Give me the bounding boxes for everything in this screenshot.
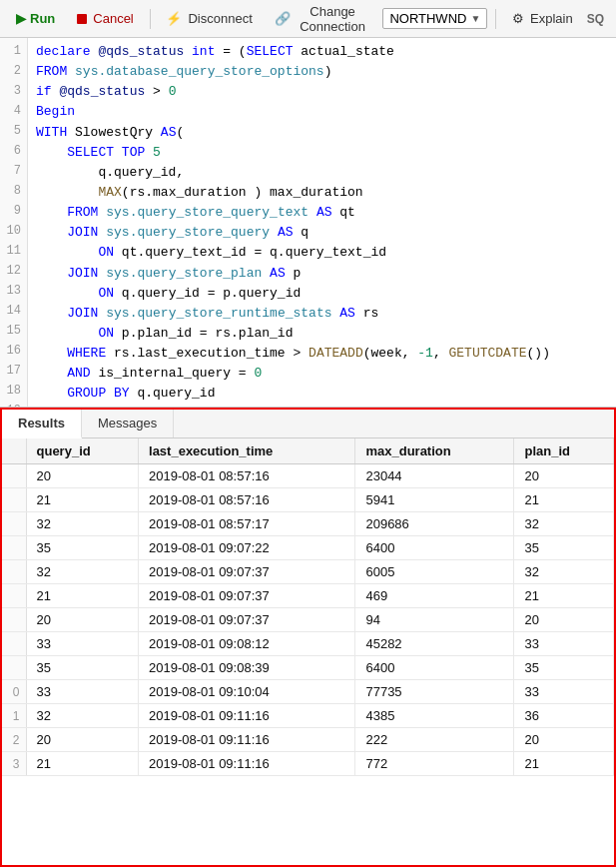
- row-number: [2, 656, 26, 680]
- disconnect-label: Disconnect: [188, 11, 252, 26]
- cell-query-id: 32: [26, 560, 139, 584]
- table-row[interactable]: 20 2019-08-01 08:57:16 23044 20: [2, 464, 614, 488]
- connection-name: NORTHWND: [389, 11, 466, 26]
- table-row[interactable]: 33 2019-08-01 09:08:12 45282 33: [2, 632, 614, 656]
- cell-plan-id: 21: [514, 584, 614, 608]
- col-header-rownum: [2, 438, 26, 464]
- code-editor[interactable]: 12345678910111213141516171819202122 decl…: [0, 38, 616, 408]
- cell-plan-id: 32: [514, 512, 614, 536]
- cell-max-dur: 222: [355, 728, 514, 752]
- cell-query-id: 21: [26, 488, 139, 512]
- cell-max-dur: 77735: [355, 680, 514, 704]
- row-number: 2: [2, 728, 26, 752]
- run-button[interactable]: ▶ Run: [8, 8, 63, 29]
- table-row[interactable]: 0 33 2019-08-01 09:10:04 77735 33: [2, 680, 614, 704]
- results-table: query_id last_execution_time max_duratio…: [2, 438, 614, 776]
- cell-max-dur: 23044: [355, 464, 514, 488]
- cell-last-exec: 2019-08-01 09:07:22: [139, 536, 355, 560]
- cell-query-id: 33: [26, 632, 139, 656]
- table-row[interactable]: 32 2019-08-01 09:07:37 6005 32: [2, 560, 614, 584]
- cell-max-dur: 45282: [355, 632, 514, 656]
- cell-last-exec: 2019-08-01 09:11:16: [139, 728, 355, 752]
- cell-plan-id: 20: [514, 728, 614, 752]
- table-row[interactable]: 20 2019-08-01 09:07:37 94 20: [2, 608, 614, 632]
- table-row[interactable]: 35 2019-08-01 09:07:22 6400 35: [2, 536, 614, 560]
- explain-icon: ⚙: [512, 11, 524, 26]
- cell-plan-id: 35: [514, 656, 614, 680]
- row-number: [2, 560, 26, 584]
- cell-plan-id: 33: [514, 680, 614, 704]
- separator-2: [495, 9, 496, 29]
- row-number: [2, 584, 26, 608]
- cell-plan-id: 21: [514, 752, 614, 776]
- table-row[interactable]: 2 20 2019-08-01 09:11:16 222 20: [2, 728, 614, 752]
- cell-query-id: 32: [26, 512, 139, 536]
- col-header-plan-id: plan_id: [514, 438, 614, 464]
- change-connection-label: Change Connection: [297, 4, 369, 34]
- run-label: Run: [30, 11, 55, 26]
- cancel-label: Cancel: [93, 11, 133, 26]
- cell-max-dur: 209686: [355, 512, 514, 536]
- cell-query-id: 35: [26, 656, 139, 680]
- cell-query-id: 21: [26, 752, 139, 776]
- change-conn-icon: 🔗: [275, 11, 291, 26]
- row-number: [2, 608, 26, 632]
- tab-results[interactable]: Results: [2, 410, 82, 438]
- table-row[interactable]: 3 21 2019-08-01 09:11:16 772 21: [2, 752, 614, 776]
- table-row[interactable]: 1 32 2019-08-01 09:11:16 4385 36: [2, 704, 614, 728]
- cell-last-exec: 2019-08-01 08:57:16: [139, 464, 355, 488]
- cell-plan-id: 20: [514, 464, 614, 488]
- results-panel: Results Messages query_id last_execution…: [0, 408, 616, 867]
- cell-plan-id: 21: [514, 488, 614, 512]
- cell-last-exec: 2019-08-01 09:07:37: [139, 608, 355, 632]
- results-tabs: Results Messages: [2, 410, 614, 438]
- row-number: [2, 536, 26, 560]
- table-row[interactable]: 32 2019-08-01 08:57:17 209686 32: [2, 512, 614, 536]
- cell-plan-id: 20: [514, 608, 614, 632]
- cancel-icon: [77, 14, 87, 24]
- row-number: [2, 464, 26, 488]
- cell-plan-id: 33: [514, 632, 614, 656]
- cell-query-id: 21: [26, 584, 139, 608]
- explain-button[interactable]: ⚙ Explain: [504, 8, 581, 29]
- cell-max-dur: 5941: [355, 488, 514, 512]
- cell-plan-id: 36: [514, 704, 614, 728]
- separator-1: [150, 9, 151, 29]
- cell-max-dur: 469: [355, 584, 514, 608]
- cell-last-exec: 2019-08-01 09:07:37: [139, 560, 355, 584]
- cell-last-exec: 2019-08-01 09:10:04: [139, 680, 355, 704]
- cell-last-exec: 2019-08-01 08:57:17: [139, 512, 355, 536]
- cell-max-dur: 772: [355, 752, 514, 776]
- cell-max-dur: 94: [355, 608, 514, 632]
- code-content[interactable]: declare @qds_status int = (SELECT actual…: [28, 38, 616, 407]
- tab-messages[interactable]: Messages: [82, 410, 174, 437]
- disconnect-button[interactable]: ⚡ Disconnect: [158, 8, 260, 29]
- explain-label: Explain: [530, 11, 573, 26]
- results-table-wrap[interactable]: query_id last_execution_time max_duratio…: [2, 438, 614, 865]
- cell-last-exec: 2019-08-01 09:08:12: [139, 632, 355, 656]
- cell-query-id: 32: [26, 704, 139, 728]
- row-number: 1: [2, 704, 26, 728]
- run-icon: ▶: [16, 11, 26, 26]
- row-number: 3: [2, 752, 26, 776]
- cell-last-exec: 2019-08-01 09:11:16: [139, 704, 355, 728]
- table-row[interactable]: 21 2019-08-01 08:57:16 5941 21: [2, 488, 614, 512]
- cell-last-exec: 2019-08-01 09:11:16: [139, 752, 355, 776]
- chevron-down-icon: ▼: [470, 13, 480, 24]
- cell-plan-id: 32: [514, 560, 614, 584]
- cell-max-dur: 4385: [355, 704, 514, 728]
- col-header-query-id: query_id: [26, 438, 139, 464]
- cell-query-id: 20: [26, 728, 139, 752]
- cell-query-id: 20: [26, 608, 139, 632]
- col-header-max-dur: max_duration: [355, 438, 514, 464]
- row-number: [2, 632, 26, 656]
- connection-dropdown[interactable]: NORTHWND ▼: [382, 8, 487, 29]
- cancel-button[interactable]: Cancel: [69, 8, 141, 29]
- table-row[interactable]: 21 2019-08-01 09:07:37 469 21: [2, 584, 614, 608]
- cell-query-id: 33: [26, 680, 139, 704]
- row-number: [2, 512, 26, 536]
- table-row[interactable]: 35 2019-08-01 09:08:39 6400 35: [2, 656, 614, 680]
- cell-max-dur: 6400: [355, 536, 514, 560]
- change-connection-button[interactable]: 🔗 Change Connection: [267, 1, 377, 37]
- toolbar: ▶ Run Cancel ⚡ Disconnect 🔗 Change Conne…: [0, 0, 616, 38]
